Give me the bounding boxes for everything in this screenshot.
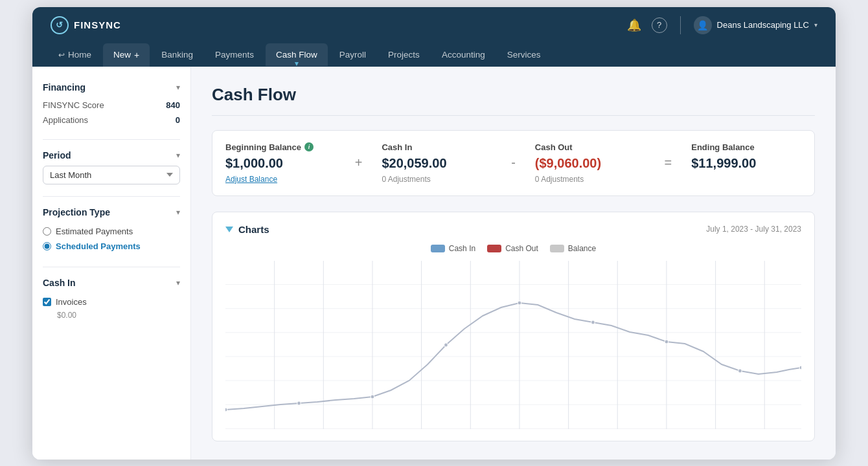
applications-value: 0	[176, 115, 180, 125]
nav-item-payroll[interactable]: Payroll	[329, 43, 376, 66]
nav-label-home: Home	[68, 50, 91, 60]
bell-icon[interactable]: 🔔	[627, 18, 641, 32]
cash-out-label: Cash Out	[535, 142, 645, 152]
radio-estimated-input[interactable]	[43, 227, 51, 236]
nav-item-accounting[interactable]: Accounting	[431, 43, 496, 66]
radio-scheduled[interactable]: Scheduled Payments	[43, 241, 180, 251]
nav-item-projects[interactable]: Projects	[378, 43, 430, 66]
nav-item-services[interactable]: Services	[497, 43, 551, 66]
charts-section: Charts July 1, 2023 - July 31, 2023 Cash…	[212, 212, 815, 441]
radio-estimated[interactable]: Estimated Payments	[43, 227, 180, 236]
sidebar-section-cashin: Cash In ▾ Invoices $0.00	[43, 275, 180, 324]
projection-chevron: ▾	[176, 208, 180, 217]
finsync-score-row: FINSYNC Score 840	[43, 98, 180, 113]
svg-point-23	[444, 343, 448, 347]
cash-out-value: ($9,060.00)	[535, 156, 645, 171]
finsync-score-value: 840	[166, 100, 180, 110]
nav-label-accounting: Accounting	[442, 50, 485, 60]
legend-balance: Balance	[550, 244, 596, 253]
chart-legend: Cash In Cash Out Balance	[225, 244, 801, 253]
info-icon[interactable]: i	[304, 142, 314, 151]
balance-row: Beginning Balance i $1,000.00 Adjust Bal…	[212, 130, 815, 196]
nav-item-banking[interactable]: Banking	[151, 43, 203, 66]
sidebar-divider-2	[43, 196, 180, 197]
nav-label-services: Services	[507, 50, 541, 60]
plus-operator: +	[348, 155, 369, 170]
cash-in-label: Cash In	[382, 142, 492, 152]
nav-item-home[interactable]: ↩ Home	[48, 43, 102, 66]
invoices-checkbox[interactable]	[43, 298, 51, 306]
body: Financing ▾ FINSYNC Score 840 Applicatio…	[32, 67, 836, 460]
sidebar: Financing ▾ FINSYNC Score 840 Applicatio…	[32, 67, 191, 460]
charts-title-text: Charts	[238, 224, 269, 235]
svg-point-28	[799, 366, 801, 370]
financing-chevron: ▾	[176, 83, 180, 92]
nav-label-payments: Payments	[215, 50, 254, 60]
legend-cashout-label: Cash Out	[505, 244, 538, 253]
cashin-swatch	[431, 245, 445, 252]
header-divider	[680, 16, 681, 34]
charts-title-group: Charts	[225, 224, 269, 235]
period-header[interactable]: Period ▾	[43, 148, 180, 166]
cash-out-card: Cash Out ($9,060.00) 0 Adjustments	[522, 131, 658, 195]
cashin-checkbox-group: Invoices $0.00	[43, 293, 180, 324]
sidebar-divider-3	[43, 267, 180, 267]
radio-scheduled-input[interactable]	[43, 242, 51, 250]
invoices-amount: $0.00	[43, 311, 180, 320]
main-content: Cash Flow Beginning Balance i $1,000.00 …	[191, 67, 836, 460]
financing-header[interactable]: Financing ▾	[43, 80, 180, 98]
svg-rect-1	[225, 261, 801, 429]
sidebar-divider-1	[43, 139, 180, 140]
cashin-title: Cash In	[43, 278, 76, 288]
applications-label: Applications	[43, 115, 88, 125]
finsync-score-label: FINSYNC Score	[43, 100, 104, 110]
beginning-balance-value: $1,000.00	[225, 156, 336, 171]
invoices-label: Invoices	[56, 297, 87, 307]
chart-area: $20,000 $18,000 $16,000 $14,000 $12,000 …	[225, 261, 801, 429]
nav-label-payroll: Payroll	[339, 50, 366, 60]
nav-item-cashflow[interactable]: Cash Flow	[266, 43, 328, 66]
svg-point-21	[297, 401, 301, 405]
sidebar-section-projection: Projection Type ▾ Estimated Payments Sch…	[43, 205, 180, 255]
nav-item-new[interactable]: Cash Flow New +	[103, 43, 150, 67]
legend-balance-label: Balance	[568, 244, 596, 253]
sidebar-section-financing: Financing ▾ FINSYNC Score 840 Applicatio…	[43, 80, 180, 128]
svg-point-20	[225, 408, 227, 412]
logo: ↺ FINSYNC	[51, 16, 121, 34]
period-select[interactable]: Last Month This Month Next Month Custom	[43, 166, 180, 184]
projection-title: Projection Type	[43, 207, 110, 217]
period-title: Period	[43, 150, 71, 161]
page-divider	[212, 115, 815, 116]
header: ↺ FINSYNC 🔔 ? 👤 Deans Landscaping LLC ▾ …	[32, 7, 836, 67]
equals-operator: =	[658, 155, 679, 170]
help-icon[interactable]: ?	[652, 17, 667, 33]
legend-cashout: Cash Out	[487, 244, 538, 253]
chart-svg: $20,000 $18,000 $16,000 $14,000 $12,000 …	[225, 261, 801, 429]
header-right: 🔔 ? 👤 Deans Landscaping LLC ▾	[627, 16, 817, 34]
logo-text: FINSYNC	[74, 19, 121, 30]
cashout-swatch	[487, 245, 501, 252]
cash-in-card: Cash In $20,059.00 0 Adjustments	[369, 131, 505, 195]
financing-title: Financing	[43, 82, 86, 93]
chart-date-range: July 1, 2023 - July 31, 2023	[706, 225, 801, 234]
projection-header[interactable]: Projection Type ▾	[43, 205, 180, 223]
balance-swatch	[550, 245, 564, 252]
ending-balance-label: Ending Balance	[691, 142, 801, 152]
main-nav: ↩ Home Cash Flow New + Banking Payments …	[32, 43, 836, 67]
radio-scheduled-label: Scheduled Payments	[56, 241, 141, 251]
ending-balance-card: Ending Balance $11,999.00	[678, 131, 814, 195]
projection-radio-group: Estimated Payments Scheduled Payments	[43, 223, 180, 255]
user-info[interactable]: 👤 Deans Landscaping LLC ▾	[694, 16, 817, 34]
radio-estimated-label: Estimated Payments	[56, 227, 133, 236]
plus-icon: +	[134, 50, 139, 60]
cashin-header[interactable]: Cash In ▾	[43, 275, 180, 293]
svg-point-26	[665, 340, 668, 344]
adjust-balance-link[interactable]: Adjust Balance	[225, 175, 336, 184]
checkbox-invoices[interactable]: Invoices	[43, 297, 180, 307]
sidebar-section-period: Period ▾ Last Month This Month Next Mont…	[43, 148, 180, 184]
triangle-icon	[225, 227, 233, 232]
svg-point-27	[738, 369, 742, 373]
minus-operator: -	[505, 155, 522, 170]
avatar: 👤	[694, 16, 712, 34]
nav-item-payments[interactable]: Payments	[205, 43, 264, 66]
